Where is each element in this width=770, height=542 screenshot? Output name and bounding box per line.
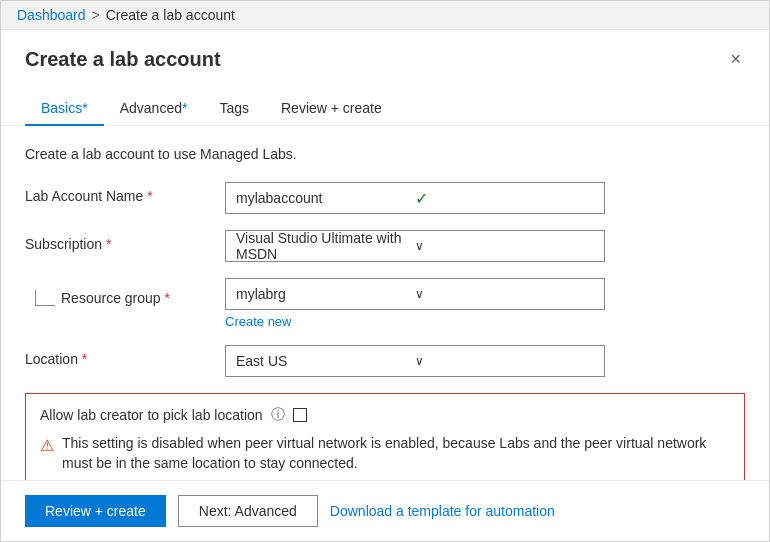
tab-basics[interactable]: Basics*	[25, 92, 104, 126]
subscription-chevron-icon: ∨	[415, 239, 594, 253]
lab-account-name-row: Lab Account Name * mylabaccount ✓	[25, 182, 745, 214]
location-chevron-icon: ∨	[415, 354, 594, 368]
subscription-dropdown[interactable]: Visual Studio Ultimate with MSDN ∨	[225, 230, 605, 262]
review-create-button[interactable]: Review + create	[25, 495, 166, 527]
modal-header: Create a lab account ×	[1, 30, 769, 72]
location-dropdown[interactable]: East US ∨	[225, 345, 605, 377]
rg-line	[35, 290, 55, 306]
breadcrumb-current: Create a lab account	[106, 7, 235, 23]
lab-account-name-input[interactable]: mylabaccount ✓	[225, 182, 605, 214]
modal-content: Create a lab account to use Managed Labs…	[1, 126, 769, 480]
create-new-link[interactable]: Create new	[225, 314, 605, 329]
location-control: East US ∨	[225, 345, 605, 377]
download-template-link[interactable]: Download a template for automation	[330, 503, 555, 519]
intro-text: Create a lab account to use Managed Labs…	[25, 146, 745, 162]
subscription-control: Visual Studio Ultimate with MSDN ∨	[225, 230, 605, 262]
modal-footer: Review + create Next: Advanced Download …	[1, 480, 769, 541]
warning-box: Allow lab creator to pick lab location ⓘ…	[25, 393, 745, 480]
tab-tags[interactable]: Tags	[203, 92, 265, 126]
resource-group-label: Resource group *	[61, 284, 170, 306]
resource-group-dropdown[interactable]: mylabrg ∨	[225, 278, 605, 310]
breadcrumb: Dashboard > Create a lab account	[1, 1, 769, 30]
modal-container: Dashboard > Create a lab account Create …	[0, 0, 770, 542]
tabs-row: Basics* Advanced* Tags Review + create	[1, 80, 769, 126]
required-star-rg: *	[165, 290, 170, 306]
subscription-row: Subscription * Visual Studio Ultimate wi…	[25, 230, 745, 262]
warning-text: This setting is disabled when peer virtu…	[62, 434, 730, 473]
tab-advanced-asterisk: *	[182, 100, 187, 116]
location-row: Location * East US ∨	[25, 345, 745, 377]
resource-group-control: mylabrg ∨ Create new	[225, 278, 605, 329]
tab-advanced[interactable]: Advanced*	[104, 92, 204, 126]
tab-basics-asterisk: *	[82, 100, 87, 116]
close-button[interactable]: ×	[726, 46, 745, 72]
warning-content: ⚠ This setting is disabled when peer vir…	[40, 434, 730, 473]
required-star-sub: *	[106, 236, 111, 252]
rg-indent: Resource group *	[25, 278, 225, 306]
check-icon: ✓	[415, 189, 594, 208]
required-star-loc: *	[82, 351, 87, 367]
info-icon[interactable]: ⓘ	[271, 406, 285, 424]
allow-checkbox[interactable]	[293, 408, 307, 422]
resource-group-chevron-icon: ∨	[415, 287, 594, 301]
allow-label: Allow lab creator to pick lab location	[40, 407, 263, 423]
resource-group-row: Resource group * mylabrg ∨ Create new	[25, 278, 745, 329]
tab-review-create[interactable]: Review + create	[265, 92, 398, 126]
allow-row: Allow lab creator to pick lab location ⓘ	[40, 406, 730, 424]
required-star: *	[147, 188, 152, 204]
breadcrumb-separator: >	[92, 7, 100, 23]
subscription-label: Subscription *	[25, 230, 225, 252]
warning-triangle-icon: ⚠	[40, 435, 54, 457]
breadcrumb-home[interactable]: Dashboard	[17, 7, 86, 23]
lab-account-name-control: mylabaccount ✓	[225, 182, 605, 214]
lab-account-name-label: Lab Account Name *	[25, 182, 225, 204]
next-advanced-button[interactable]: Next: Advanced	[178, 495, 318, 527]
location-label: Location *	[25, 345, 225, 367]
page-title: Create a lab account	[25, 48, 221, 71]
